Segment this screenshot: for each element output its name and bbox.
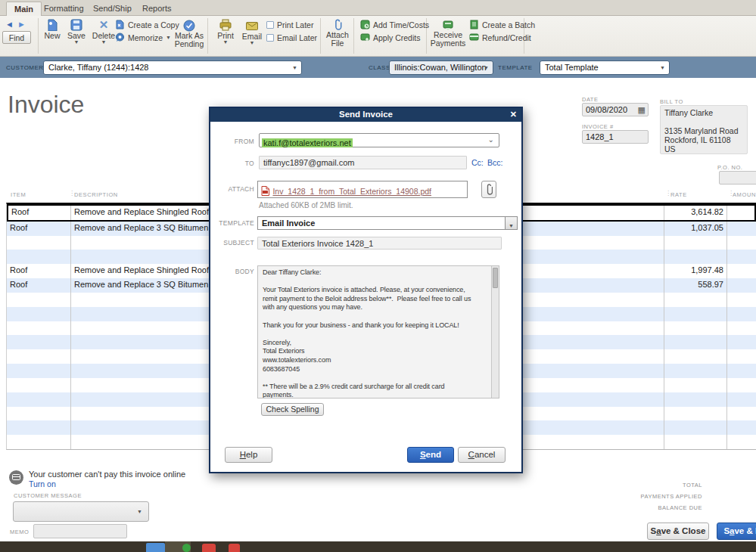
cell-item[interactable]: Roof <box>7 264 71 278</box>
customer-message-dropdown[interactable]: ▼ <box>13 501 149 522</box>
cell-amount[interactable] <box>727 407 756 421</box>
memo-field[interactable] <box>33 524 127 538</box>
subject-field[interactable]: Total Exteriors Invoice 1428_1 <box>257 237 502 250</box>
cell-rate[interactable]: 1,037.05 <box>664 222 727 236</box>
email-dropdown-icon[interactable]: ▼ <box>239 41 265 45</box>
dropdown-button[interactable]: ▼ <box>505 217 517 229</box>
save-dropdown-icon[interactable]: ▼ <box>65 40 88 45</box>
attachment-link[interactable]: Inv_1428_1_from_Total_Exteriors_14908.pd… <box>272 187 431 196</box>
cell-rate[interactable] <box>664 250 727 264</box>
chevron-down-icon[interactable]: ▼ <box>137 510 142 514</box>
checkbox-icon[interactable] <box>266 34 274 42</box>
create-a-copy-button[interactable]: Create a Copy <box>115 20 179 29</box>
body-textarea[interactable]: Dear Tiffany Clarke: Your Total Exterior… <box>257 265 499 398</box>
send-button[interactable]: Send <box>407 447 454 463</box>
add-time-costs-button[interactable]: Add Time/Costs <box>360 20 429 29</box>
cell-item[interactable] <box>7 392 71 407</box>
cell-item[interactable] <box>7 435 71 449</box>
cell-rate[interactable] <box>664 378 727 392</box>
cell-item[interactable] <box>7 378 71 392</box>
cell-amount[interactable] <box>727 206 754 220</box>
cell-rate[interactable]: 3,614.82 <box>664 206 727 220</box>
cell-amount[interactable] <box>727 364 756 378</box>
cell-rate[interactable] <box>664 236 727 250</box>
taskbar-app-icon-blue[interactable] <box>146 543 165 552</box>
cell-amount[interactable] <box>727 222 756 236</box>
bill-to-box[interactable]: Tiffany Clarke 3135 Maryland Road Rockfo… <box>660 105 748 154</box>
cell-amount[interactable] <box>727 435 756 449</box>
cell-amount[interactable] <box>727 335 756 349</box>
cell-rate[interactable] <box>664 321 727 336</box>
receive-payments-button[interactable]: Receive Payments <box>430 19 466 48</box>
taskbar-app-icon-red[interactable] <box>229 544 240 552</box>
cell-amount[interactable] <box>727 349 756 364</box>
find-button[interactable]: Find <box>2 31 31 44</box>
cell-item[interactable] <box>7 407 71 421</box>
cell-rate[interactable] <box>664 307 727 321</box>
save-button[interactable]: Save ▼ <box>65 19 88 45</box>
cell-item[interactable]: Roof <box>7 278 71 293</box>
email-template-dropdown[interactable]: Email Invoice ▼ <box>257 216 518 230</box>
cell-item[interactable] <box>7 307 71 321</box>
chevron-down-icon[interactable]: ▼ <box>292 66 297 70</box>
po-no-field[interactable] <box>719 171 756 185</box>
checkbox-icon[interactable] <box>266 21 274 29</box>
close-icon[interactable]: ✕ <box>510 110 517 119</box>
cell-rate[interactable] <box>664 349 727 364</box>
create-a-batch-button[interactable]: Create a Batch <box>469 20 535 29</box>
cell-item[interactable] <box>7 321 71 336</box>
cc-link[interactable]: Cc: <box>471 158 484 167</box>
cell-rate[interactable] <box>664 407 727 421</box>
forward-arrow-icon[interactable]: ► <box>17 20 26 29</box>
cell-item[interactable] <box>7 236 71 250</box>
cell-rate[interactable] <box>664 364 727 378</box>
chevron-down-icon[interactable]: ▼ <box>484 66 489 70</box>
cell-item[interactable]: Roof <box>8 206 71 220</box>
chevron-down-icon[interactable]: ⌄ <box>488 135 494 144</box>
cell-amount[interactable] <box>727 293 756 307</box>
check-spelling-button[interactable]: Check Spelling <box>261 403 324 416</box>
invoice-no-field[interactable]: 1428_1 <box>582 130 649 144</box>
cell-item[interactable] <box>7 420 71 435</box>
taskbar-app-icon-green[interactable] <box>182 544 191 552</box>
cell-amount[interactable] <box>727 420 756 435</box>
cell-amount[interactable] <box>727 250 756 264</box>
cancel-button[interactable]: Cancel <box>458 447 506 463</box>
tab-formatting[interactable]: Formatting <box>36 2 92 16</box>
bcc-link[interactable]: Bcc: <box>487 158 502 167</box>
save-and-new-button[interactable]: Save & New <box>717 523 756 540</box>
chevron-down-icon[interactable]: ▼ <box>660 66 665 70</box>
calendar-icon[interactable]: ▦ <box>638 105 646 115</box>
cell-amount[interactable] <box>727 278 756 293</box>
delete-button[interactable]: ✕ Delete ▼ <box>90 19 117 45</box>
email-later-checkbox[interactable]: Email Later <box>266 33 317 42</box>
attachment-box[interactable]: Inv_1428_1_from_Total_Exteriors_14908.pd… <box>257 181 468 198</box>
cell-item[interactable] <box>7 335 71 349</box>
new-button[interactable]: New <box>41 19 64 40</box>
turn-on-link[interactable]: Turn on <box>29 479 56 488</box>
scrollbar-thumb[interactable] <box>493 268 498 288</box>
email-button[interactable]: Email ▼ <box>239 19 265 45</box>
from-field[interactable]: kati.f@totalexteriors.net ⌄ <box>259 133 499 147</box>
tab-reports[interactable]: Reports <box>135 2 179 16</box>
cell-rate[interactable] <box>664 335 727 349</box>
print-later-checkbox[interactable]: Print Later <box>266 20 313 29</box>
cell-amount[interactable] <box>727 321 756 336</box>
cell-rate[interactable]: 558.97 <box>664 278 727 293</box>
help-button[interactable]: Help <box>225 447 272 463</box>
print-dropdown-icon[interactable]: ▼ <box>213 40 238 45</box>
customer-job-dropdown[interactable]: Clarke, Tiffany (1244):1428 ▼ <box>43 60 302 75</box>
mark-as-pending-button[interactable]: Mark As Pending <box>173 20 206 48</box>
date-field[interactable]: 09/08/2020 ▦ <box>582 103 649 116</box>
cell-rate[interactable] <box>664 420 727 435</box>
cell-rate[interactable] <box>664 435 727 449</box>
attach-file-button[interactable] <box>481 181 496 198</box>
refund-credit-button[interactable]: Refund/Credit <box>469 33 531 42</box>
cell-amount[interactable] <box>727 378 756 392</box>
print-button[interactable]: Print ▼ <box>213 19 238 45</box>
to-field[interactable]: tiffanyc1897@gmail.com <box>259 156 467 169</box>
memorize-button[interactable]: Memorize ▼ <box>115 33 171 42</box>
cell-amount[interactable] <box>727 307 756 321</box>
template-dropdown[interactable]: Total Template ▼ <box>540 60 670 75</box>
cell-amount[interactable] <box>727 264 756 278</box>
